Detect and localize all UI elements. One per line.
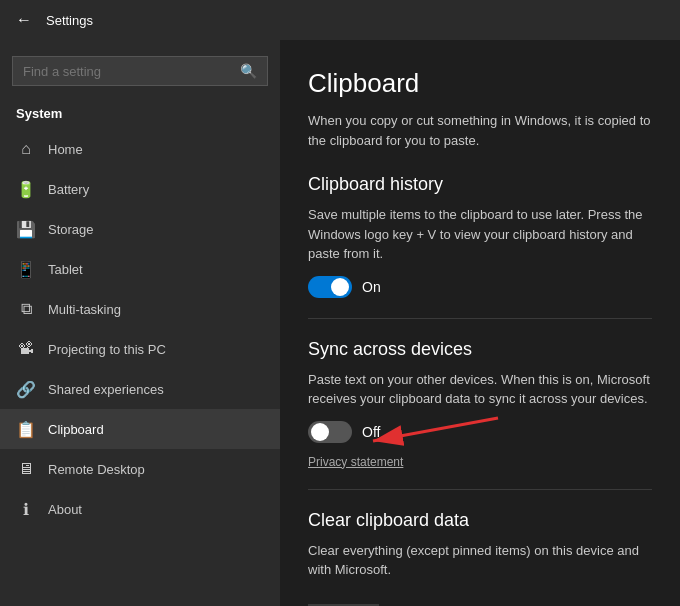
sidebar-item-projecting[interactable]: 📽Projecting to this PC bbox=[0, 329, 280, 369]
sidebar-icon-remote: 🖥 bbox=[16, 459, 36, 479]
content-area: Clipboard When you copy or cut something… bbox=[280, 40, 680, 606]
sidebar-label-tablet: Tablet bbox=[48, 262, 83, 277]
sidebar-item-home[interactable]: ⌂Home bbox=[0, 129, 280, 169]
back-button[interactable]: ← bbox=[12, 8, 36, 32]
main-layout: 🔍 System ⌂Home🔋Battery💾Storage📱Tablet⧉Mu… bbox=[0, 40, 680, 606]
sidebar-label-about: About bbox=[48, 502, 82, 517]
title-bar-title: Settings bbox=[46, 13, 93, 28]
sidebar-label-projecting: Projecting to this PC bbox=[48, 342, 166, 357]
sidebar-item-about[interactable]: ℹAbout bbox=[0, 489, 280, 529]
toggle-label-clipboard-history: On bbox=[362, 279, 381, 295]
title-bar: ← Settings bbox=[0, 0, 680, 40]
sidebar-icon-shared: 🔗 bbox=[16, 379, 36, 399]
sidebar-item-storage[interactable]: 💾Storage bbox=[0, 209, 280, 249]
section-desc-sync: Paste text on your other devices. When t… bbox=[308, 370, 652, 409]
svg-line-1 bbox=[373, 418, 498, 441]
search-input[interactable] bbox=[23, 64, 240, 79]
section-title-clipboard-history: Clipboard history bbox=[308, 174, 652, 195]
section-title-sync: Sync across devices bbox=[308, 339, 652, 360]
sidebar-icon-storage: 💾 bbox=[16, 219, 36, 239]
toggle-row-clipboard-history: On bbox=[308, 276, 652, 298]
page-description: When you copy or cut something in Window… bbox=[308, 111, 652, 150]
sidebar-icon-about: ℹ bbox=[16, 499, 36, 519]
sidebar-label-multitasking: Multi-tasking bbox=[48, 302, 121, 317]
sidebar-section-label: System bbox=[0, 102, 280, 129]
toggle-label-sync: Off bbox=[362, 424, 380, 440]
sidebar-label-storage: Storage bbox=[48, 222, 94, 237]
sidebar-item-remote[interactable]: 🖥Remote Desktop bbox=[0, 449, 280, 489]
sidebar-label-battery: Battery bbox=[48, 182, 89, 197]
sidebar-icon-battery: 🔋 bbox=[16, 179, 36, 199]
toggle-clipboard-history[interactable] bbox=[308, 276, 352, 298]
search-icon: 🔍 bbox=[240, 63, 257, 79]
sidebar-label-home: Home bbox=[48, 142, 83, 157]
sidebar-icon-projecting: 📽 bbox=[16, 339, 36, 359]
sidebar-item-tablet[interactable]: 📱Tablet bbox=[0, 249, 280, 289]
divider-2 bbox=[308, 489, 652, 490]
section-desc-clipboard-history: Save multiple items to the clipboard to … bbox=[308, 205, 652, 264]
privacy-statement-link[interactable]: Privacy statement bbox=[308, 455, 652, 469]
section-desc-clear: Clear everything (except pinned items) o… bbox=[308, 541, 652, 580]
section-title-clear: Clear clipboard data bbox=[308, 510, 652, 531]
sidebar-label-clipboard: Clipboard bbox=[48, 422, 104, 437]
sidebar-icon-multitasking: ⧉ bbox=[16, 299, 36, 319]
toggle-knob bbox=[331, 278, 349, 296]
sidebar: 🔍 System ⌂Home🔋Battery💾Storage📱Tablet⧉Mu… bbox=[0, 40, 280, 606]
sync-toggle-area: Off bbox=[308, 421, 652, 447]
sidebar-icon-clipboard: 📋 bbox=[16, 419, 36, 439]
sidebar-label-shared: Shared experiences bbox=[48, 382, 164, 397]
search-box[interactable]: 🔍 bbox=[12, 56, 268, 86]
sidebar-icon-home: ⌂ bbox=[16, 139, 36, 159]
sidebar-icon-tablet: 📱 bbox=[16, 259, 36, 279]
sidebar-label-remote: Remote Desktop bbox=[48, 462, 145, 477]
sidebar-items-container: ⌂Home🔋Battery💾Storage📱Tablet⧉Multi-taski… bbox=[0, 129, 280, 529]
toggle-sync[interactable] bbox=[308, 421, 352, 443]
sidebar-item-multitasking[interactable]: ⧉Multi-tasking bbox=[0, 289, 280, 329]
divider-1 bbox=[308, 318, 652, 319]
sidebar-item-clipboard[interactable]: 📋Clipboard bbox=[0, 409, 280, 449]
toggle-knob-sync bbox=[311, 423, 329, 441]
sidebar-item-shared[interactable]: 🔗Shared experiences bbox=[0, 369, 280, 409]
page-title: Clipboard bbox=[308, 68, 652, 99]
sidebar-item-battery[interactable]: 🔋Battery bbox=[0, 169, 280, 209]
toggle-row-sync: Off bbox=[308, 421, 380, 443]
